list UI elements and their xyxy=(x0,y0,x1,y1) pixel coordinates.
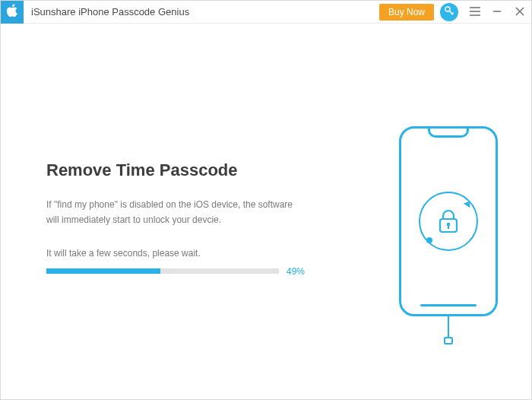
progress-percent-label: 49% xyxy=(287,266,305,277)
close-icon xyxy=(515,5,524,19)
app-window: iSunshare iPhone Passcode Genius Buy Now xyxy=(0,0,532,400)
phone-illustration xyxy=(391,126,505,370)
ring-arrow-icon xyxy=(464,199,473,208)
usb-cable-icon xyxy=(448,316,449,338)
phone-home-indicator-icon xyxy=(420,304,477,306)
minimize-icon xyxy=(492,6,502,18)
close-button[interactable] xyxy=(508,1,531,24)
menu-button[interactable] xyxy=(464,1,486,24)
left-pane: Remove Time Passcode If "find my phone" … xyxy=(46,160,305,277)
app-title: iSunshare iPhone Passcode Genius xyxy=(31,6,189,17)
key-icon xyxy=(444,5,454,19)
page-heading: Remove Time Passcode xyxy=(46,160,305,180)
ring-dot-icon xyxy=(426,237,432,243)
usb-plug-icon xyxy=(444,337,453,344)
register-key-button[interactable] xyxy=(440,3,458,21)
phone-notch-icon xyxy=(428,129,469,138)
description-text: If "find my phone" is disabled on the iO… xyxy=(46,197,305,228)
minimize-button[interactable] xyxy=(486,1,508,24)
phone-outline-icon xyxy=(399,126,498,316)
app-logo xyxy=(1,1,24,24)
progress-track xyxy=(46,268,279,274)
apple-icon xyxy=(6,4,18,21)
lock-ring-icon xyxy=(419,192,478,251)
buy-now-button[interactable]: Buy Now xyxy=(379,4,434,21)
lock-icon xyxy=(437,208,460,234)
progress-bar: 49% xyxy=(46,266,305,277)
wait-text: It will take a few seconds, please wait. xyxy=(46,248,305,259)
hamburger-icon xyxy=(470,6,480,18)
content-area: Remove Time Passcode If "find my phone" … xyxy=(1,24,531,399)
progress-fill xyxy=(46,268,160,274)
titlebar: iSunshare iPhone Passcode Genius Buy Now xyxy=(1,1,531,24)
